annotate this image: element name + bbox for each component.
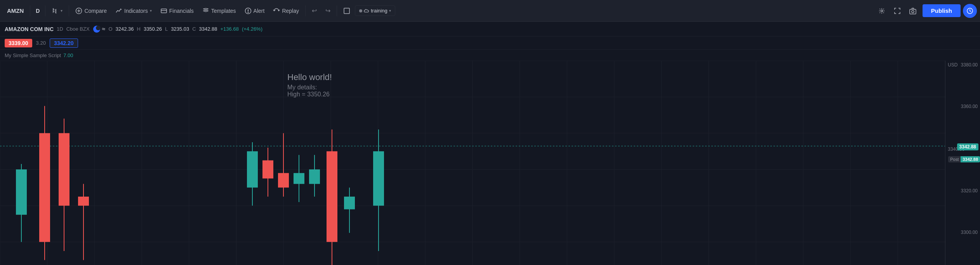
toolbar: AMZN D ▾ Compare Indicators ▾ (0, 0, 980, 22)
financials-icon (160, 7, 167, 14)
watch-icon (966, 7, 973, 14)
post-val: 3342.88 (961, 156, 980, 162)
price-info-bar: AMAZON COM INC 1D Cboe BZX ≈ O 3242.36 H… (0, 22, 980, 37)
redo-button[interactable]: ↪ (321, 5, 334, 17)
compare-icon (75, 7, 82, 14)
undo-icon: ↩ (312, 7, 317, 14)
redo-icon: ↪ (325, 7, 330, 14)
svg-point-20 (96, 26, 101, 30)
indicators-label: Indicators (124, 8, 148, 14)
fullscreen-button[interactable] (890, 5, 905, 17)
indicators-icon (115, 7, 122, 14)
financials-label: Financials (169, 8, 194, 14)
script-label-bar: My Simple Sample Script 7.00 (0, 50, 980, 61)
approx-icon: ≈ (102, 26, 106, 33)
symbol-selector[interactable]: AMZN (3, 5, 28, 16)
training-dropdown-arrow: ▾ (389, 9, 391, 13)
candle-chart[interactable] (0, 61, 945, 265)
svg-rect-9 (161, 9, 167, 13)
layout-icon (343, 7, 350, 14)
post-label: Post (948, 156, 961, 162)
financials-button[interactable]: Financials (156, 5, 198, 17)
price-diff: 3.20 (36, 40, 46, 46)
replay-icon (273, 7, 280, 14)
bar-style-dropdown-arrow: ▾ (61, 9, 63, 13)
svg-point-13 (248, 12, 248, 12)
price-scale: 3380.00 3360.00 3340.00 3320.00 3300.00 … (945, 61, 980, 265)
undo-button[interactable]: ↩ (308, 5, 321, 17)
replay-label: Replay (282, 8, 299, 14)
fullscreen-icon (894, 7, 901, 14)
divider-5 (337, 5, 337, 16)
price-3320: 3320.00 (948, 188, 978, 194)
high-label: H (137, 26, 141, 32)
settings-icon (878, 7, 885, 14)
training-mode-button[interactable]: training ▾ (355, 5, 395, 16)
indicators-button[interactable]: Indicators ▾ (111, 5, 156, 17)
price-input-row: 3339.00 3.20 3342.20 (0, 37, 980, 50)
theme-icons: ≈ (93, 25, 106, 33)
templates-button[interactable]: Templates (198, 5, 240, 17)
watch-button[interactable] (963, 4, 977, 18)
open-value: 3242.36 (116, 26, 134, 32)
post-price-container: Post 3342.88 (948, 156, 980, 162)
camera-icon (909, 7, 916, 14)
svg-point-17 (912, 10, 914, 13)
svg-rect-14 (344, 8, 349, 14)
alert-icon (245, 7, 252, 14)
price-3360: 3360.00 (948, 104, 978, 109)
currency-label: USD (948, 62, 957, 68)
chart-container[interactable]: Hello world! My details: High = 3350.26 … (0, 61, 980, 265)
price-3300: 3300.00 (948, 230, 978, 235)
low-value: 3235.03 (171, 26, 189, 32)
script-name: My Simple Sample Script (5, 52, 61, 58)
training-label: training (371, 8, 387, 14)
divider-2 (45, 5, 45, 16)
svg-point-15 (881, 10, 883, 12)
divider-1 (30, 5, 30, 16)
exchange-name: Cboe BZX (66, 26, 90, 32)
training-cloud-icon (364, 8, 369, 14)
alert-button[interactable]: Alert (241, 5, 269, 17)
chart-interval: 1D (57, 26, 63, 32)
compare-label: Compare (84, 8, 107, 14)
compare-button[interactable]: Compare (71, 5, 111, 17)
screenshot-button[interactable] (905, 5, 920, 17)
low-label: L (165, 26, 168, 32)
symbol-full-name: AMAZON COM INC (5, 26, 54, 32)
dark-mode-icon[interactable] (93, 25, 101, 33)
chart-main[interactable]: Hello world! My details: High = 3350.26 (0, 61, 945, 265)
replay-button[interactable]: Replay (269, 5, 303, 17)
close-label: C (192, 26, 196, 32)
publish-button[interactable]: Publish (923, 4, 961, 17)
divider-4 (305, 5, 306, 16)
price-change-pct: (+4.26%) (242, 26, 262, 32)
layout-button[interactable] (339, 5, 354, 17)
divider-3 (69, 5, 69, 16)
ma-price-input[interactable]: 3342.20 (50, 38, 78, 48)
svg-rect-16 (910, 9, 916, 14)
interval-selector[interactable]: D (33, 5, 43, 16)
script-value: 7.00 (63, 52, 73, 58)
bar-style-icon (52, 7, 59, 14)
price-change: +136.68 (221, 26, 239, 32)
templates-icon (202, 7, 209, 14)
high-value: 3350.26 (144, 26, 162, 32)
current-price-input[interactable]: 3339.00 (5, 39, 32, 47)
training-dot (359, 9, 362, 12)
current-price-float: 3342.88 (957, 143, 978, 150)
close-value: 3342.88 (199, 26, 217, 32)
indicators-dropdown-arrow: ▾ (150, 9, 152, 13)
open-label: O (108, 26, 112, 32)
bar-style-button[interactable]: ▾ (48, 5, 66, 17)
settings-button[interactable] (874, 5, 889, 17)
templates-label: Templates (211, 8, 236, 14)
alert-label: Alert (254, 8, 265, 14)
